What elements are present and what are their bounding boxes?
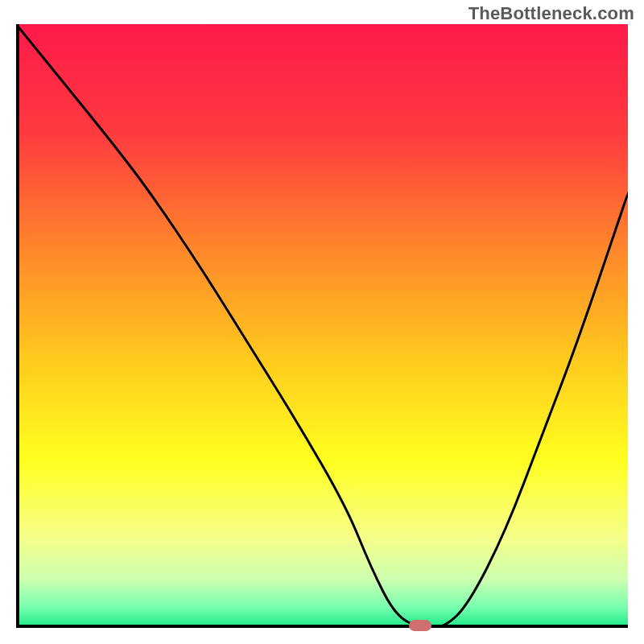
bottleneck-curve <box>16 24 628 628</box>
optimal-point-marker <box>409 620 431 631</box>
chart-container: TheBottleneck.com <box>0 0 644 644</box>
watermark-text: TheBottleneck.com <box>469 3 634 24</box>
curve-layer <box>16 24 628 628</box>
plot-area <box>16 24 628 628</box>
